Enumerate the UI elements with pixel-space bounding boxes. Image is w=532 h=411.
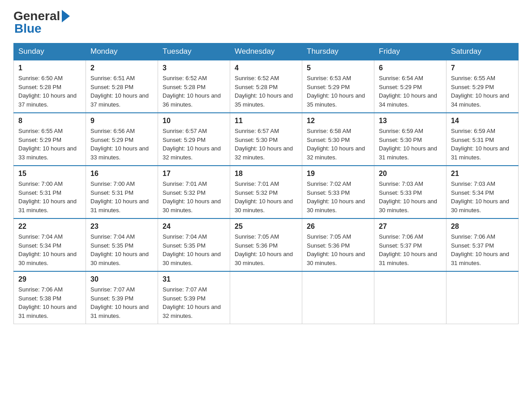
calendar-cell: 7 Sunrise: 6:55 AMSunset: 5:29 PMDayligh… bbox=[446, 60, 519, 113]
calendar-cell bbox=[302, 271, 374, 324]
calendar-cell: 3 Sunrise: 6:52 AMSunset: 5:28 PMDayligh… bbox=[158, 60, 230, 113]
day-number: 10 bbox=[163, 117, 225, 125]
calendar-cell: 24 Sunrise: 7:04 AMSunset: 5:35 PMDaylig… bbox=[158, 218, 230, 271]
day-number: 7 bbox=[451, 64, 514, 72]
day-info: Sunrise: 7:04 AMSunset: 5:34 PMDaylight:… bbox=[18, 232, 81, 267]
calendar-cell: 2 Sunrise: 6:51 AMSunset: 5:28 PMDayligh… bbox=[86, 60, 158, 113]
calendar-header-row: SundayMondayTuesdayWednesdayThursdayFrid… bbox=[14, 43, 519, 60]
calendar-header-tuesday: Tuesday bbox=[158, 43, 230, 60]
calendar-week-row: 1 Sunrise: 6:50 AMSunset: 5:28 PMDayligh… bbox=[14, 60, 519, 113]
calendar-cell bbox=[446, 271, 519, 324]
calendar-cell: 20 Sunrise: 7:03 AMSunset: 5:33 PMDaylig… bbox=[374, 166, 446, 218]
day-info: Sunrise: 6:59 AMSunset: 5:30 PMDaylight:… bbox=[379, 127, 442, 162]
day-number: 18 bbox=[235, 170, 297, 178]
day-number: 8 bbox=[18, 117, 81, 125]
day-info: Sunrise: 7:02 AMSunset: 5:33 PMDaylight:… bbox=[307, 180, 369, 214]
day-info: Sunrise: 7:01 AMSunset: 5:32 PMDaylight:… bbox=[235, 180, 297, 214]
calendar-cell: 25 Sunrise: 7:05 AMSunset: 5:36 PMDaylig… bbox=[230, 218, 302, 271]
calendar-cell: 9 Sunrise: 6:56 AMSunset: 5:29 PMDayligh… bbox=[86, 113, 158, 166]
calendar-cell: 29 Sunrise: 7:06 AMSunset: 5:38 PMDaylig… bbox=[14, 271, 86, 324]
day-number: 27 bbox=[379, 223, 442, 231]
day-info: Sunrise: 7:07 AMSunset: 5:39 PMDaylight:… bbox=[163, 285, 225, 320]
logo: General Blue bbox=[13, 9, 70, 36]
calendar-cell bbox=[230, 271, 302, 324]
calendar-cell: 13 Sunrise: 6:59 AMSunset: 5:30 PMDaylig… bbox=[374, 113, 446, 166]
calendar-cell: 19 Sunrise: 7:02 AMSunset: 5:33 PMDaylig… bbox=[302, 166, 374, 218]
calendar-week-row: 22 Sunrise: 7:04 AMSunset: 5:34 PMDaylig… bbox=[14, 218, 519, 271]
day-info: Sunrise: 7:05 AMSunset: 5:36 PMDaylight:… bbox=[307, 232, 369, 267]
calendar-header-monday: Monday bbox=[86, 43, 158, 60]
day-number: 28 bbox=[451, 223, 514, 231]
day-info: Sunrise: 6:56 AMSunset: 5:29 PMDaylight:… bbox=[90, 127, 153, 162]
day-number: 25 bbox=[235, 223, 297, 231]
day-info: Sunrise: 7:05 AMSunset: 5:36 PMDaylight:… bbox=[235, 232, 297, 267]
page-header: General Blue bbox=[13, 9, 519, 36]
day-number: 30 bbox=[90, 275, 153, 283]
calendar-cell: 18 Sunrise: 7:01 AMSunset: 5:32 PMDaylig… bbox=[230, 166, 302, 218]
calendar-cell: 26 Sunrise: 7:05 AMSunset: 5:36 PMDaylig… bbox=[302, 218, 374, 271]
day-info: Sunrise: 7:03 AMSunset: 5:34 PMDaylight:… bbox=[451, 180, 514, 214]
day-info: Sunrise: 7:00 AMSunset: 5:31 PMDaylight:… bbox=[18, 180, 81, 214]
day-number: 14 bbox=[451, 117, 514, 125]
day-info: Sunrise: 7:06 AMSunset: 5:37 PMDaylight:… bbox=[451, 232, 514, 267]
calendar-cell: 12 Sunrise: 6:58 AMSunset: 5:30 PMDaylig… bbox=[302, 113, 374, 166]
day-info: Sunrise: 6:57 AMSunset: 5:29 PMDaylight:… bbox=[163, 127, 225, 162]
day-info: Sunrise: 6:52 AMSunset: 5:28 PMDaylight:… bbox=[235, 74, 297, 109]
calendar-cell: 31 Sunrise: 7:07 AMSunset: 5:39 PMDaylig… bbox=[158, 271, 230, 324]
day-number: 16 bbox=[90, 170, 153, 178]
day-info: Sunrise: 7:07 AMSunset: 5:39 PMDaylight:… bbox=[90, 285, 153, 320]
calendar-header-thursday: Thursday bbox=[302, 43, 374, 60]
calendar-week-row: 8 Sunrise: 6:55 AMSunset: 5:29 PMDayligh… bbox=[14, 113, 519, 166]
day-info: Sunrise: 6:59 AMSunset: 5:31 PMDaylight:… bbox=[451, 127, 514, 162]
day-info: Sunrise: 6:55 AMSunset: 5:29 PMDaylight:… bbox=[18, 127, 81, 162]
day-number: 31 bbox=[163, 275, 225, 283]
day-info: Sunrise: 6:50 AMSunset: 5:28 PMDaylight:… bbox=[18, 74, 81, 109]
day-info: Sunrise: 7:04 AMSunset: 5:35 PMDaylight:… bbox=[163, 232, 225, 267]
day-info: Sunrise: 6:58 AMSunset: 5:30 PMDaylight:… bbox=[307, 127, 369, 162]
calendar-cell: 16 Sunrise: 7:00 AMSunset: 5:31 PMDaylig… bbox=[86, 166, 158, 218]
calendar-week-row: 15 Sunrise: 7:00 AMSunset: 5:31 PMDaylig… bbox=[14, 166, 519, 218]
calendar-cell: 11 Sunrise: 6:57 AMSunset: 5:30 PMDaylig… bbox=[230, 113, 302, 166]
calendar-cell: 30 Sunrise: 7:07 AMSunset: 5:39 PMDaylig… bbox=[86, 271, 158, 324]
day-number: 3 bbox=[163, 64, 225, 72]
day-info: Sunrise: 6:53 AMSunset: 5:29 PMDaylight:… bbox=[307, 74, 369, 109]
day-number: 12 bbox=[307, 117, 369, 125]
calendar-cell: 14 Sunrise: 6:59 AMSunset: 5:31 PMDaylig… bbox=[446, 113, 519, 166]
logo-triangle-icon bbox=[62, 10, 70, 22]
calendar-cell bbox=[374, 271, 446, 324]
day-number: 19 bbox=[307, 170, 369, 178]
day-number: 22 bbox=[18, 223, 81, 231]
calendar-cell: 1 Sunrise: 6:50 AMSunset: 5:28 PMDayligh… bbox=[14, 60, 86, 113]
calendar-cell: 23 Sunrise: 7:04 AMSunset: 5:35 PMDaylig… bbox=[86, 218, 158, 271]
day-info: Sunrise: 7:04 AMSunset: 5:35 PMDaylight:… bbox=[90, 232, 153, 267]
day-number: 4 bbox=[235, 64, 297, 72]
calendar-cell: 6 Sunrise: 6:54 AMSunset: 5:29 PMDayligh… bbox=[374, 60, 446, 113]
day-info: Sunrise: 6:51 AMSunset: 5:28 PMDaylight:… bbox=[90, 74, 153, 109]
calendar-header-saturday: Saturday bbox=[446, 43, 519, 60]
day-number: 29 bbox=[18, 275, 81, 283]
day-number: 5 bbox=[307, 64, 369, 72]
calendar-cell: 22 Sunrise: 7:04 AMSunset: 5:34 PMDaylig… bbox=[14, 218, 86, 271]
day-number: 9 bbox=[90, 117, 153, 125]
day-info: Sunrise: 7:06 AMSunset: 5:38 PMDaylight:… bbox=[18, 285, 81, 320]
day-number: 20 bbox=[379, 170, 442, 178]
calendar-cell: 17 Sunrise: 7:01 AMSunset: 5:32 PMDaylig… bbox=[158, 166, 230, 218]
day-info: Sunrise: 7:03 AMSunset: 5:33 PMDaylight:… bbox=[379, 180, 442, 214]
day-number: 17 bbox=[163, 170, 225, 178]
calendar-header-friday: Friday bbox=[374, 43, 446, 60]
day-number: 13 bbox=[379, 117, 442, 125]
day-info: Sunrise: 7:00 AMSunset: 5:31 PMDaylight:… bbox=[90, 180, 153, 214]
calendar-cell: 5 Sunrise: 6:53 AMSunset: 5:29 PMDayligh… bbox=[302, 60, 374, 113]
day-info: Sunrise: 6:57 AMSunset: 5:30 PMDaylight:… bbox=[235, 127, 297, 162]
calendar-table: SundayMondayTuesdayWednesdayThursdayFrid… bbox=[13, 43, 519, 324]
day-number: 15 bbox=[18, 170, 81, 178]
calendar-cell: 4 Sunrise: 6:52 AMSunset: 5:28 PMDayligh… bbox=[230, 60, 302, 113]
day-number: 2 bbox=[90, 64, 153, 72]
calendar-cell: 28 Sunrise: 7:06 AMSunset: 5:37 PMDaylig… bbox=[446, 218, 519, 271]
calendar-header-sunday: Sunday bbox=[14, 43, 86, 60]
calendar-cell: 10 Sunrise: 6:57 AMSunset: 5:29 PMDaylig… bbox=[158, 113, 230, 166]
calendar-week-row: 29 Sunrise: 7:06 AMSunset: 5:38 PMDaylig… bbox=[14, 271, 519, 324]
day-number: 23 bbox=[90, 223, 153, 231]
day-number: 11 bbox=[235, 117, 297, 125]
day-info: Sunrise: 7:01 AMSunset: 5:32 PMDaylight:… bbox=[163, 180, 225, 214]
